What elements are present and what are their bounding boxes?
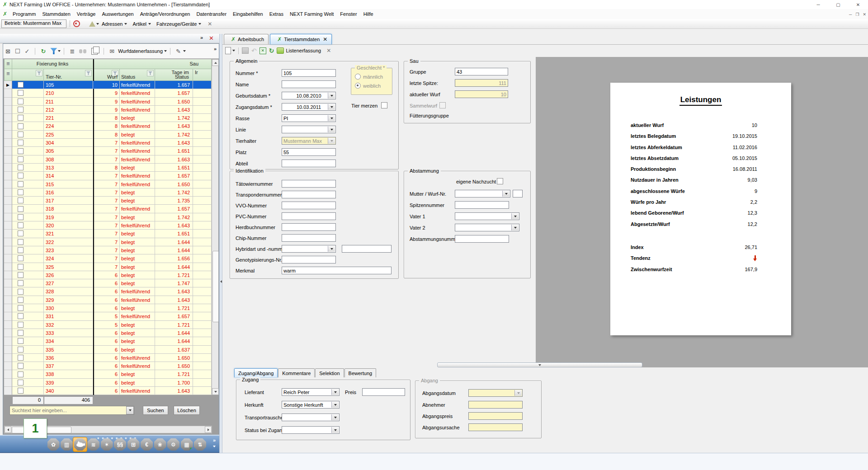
cell-status[interactable]: ferkelführend	[120, 387, 155, 395]
cell-status[interactable]: belegt	[120, 164, 155, 172]
row-checkbox[interactable]	[18, 173, 24, 179]
dropdown-icon[interactable]	[331, 402, 339, 408]
row-checkbox[interactable]	[18, 206, 24, 212]
menu-item-extras[interactable]: Extras	[266, 11, 287, 17]
cell-status[interactable]: belegt	[120, 131, 155, 139]
scroll-right-icon[interactable]	[205, 426, 212, 433]
cell-tage-im-status[interactable]: 1.650	[155, 98, 193, 106]
cell-tage-im-status[interactable]: 1.643	[155, 106, 193, 114]
cell-status[interactable]: belegt	[120, 321, 155, 329]
row-checkbox-cell[interactable]	[12, 139, 44, 147]
linie-select[interactable]	[282, 126, 336, 133]
row-checkbox-cell[interactable]	[12, 362, 44, 370]
cell-wurf[interactable]: 6	[94, 271, 120, 279]
new-record-dropdown-icon[interactable]	[232, 50, 235, 52]
cell-wurf[interactable]: 7	[94, 197, 120, 205]
dropdown-icon[interactable]	[502, 191, 509, 197]
row-checkbox-cell[interactable]	[12, 230, 44, 238]
euro-icon[interactable]: €	[140, 437, 154, 452]
paragraph-icon[interactable]: §§	[113, 437, 127, 452]
genotypisierung-field[interactable]	[282, 256, 336, 263]
row-checkbox[interactable]	[18, 140, 24, 146]
menu-item-verträge[interactable]: Verträge	[74, 11, 99, 17]
cell-wurf[interactable]: 7	[94, 238, 120, 246]
mdi-system-icon[interactable]: ✗	[3, 11, 7, 17]
dropdown-icon[interactable]	[328, 246, 335, 252]
row-checkbox[interactable]	[18, 380, 24, 385]
row-checkbox-cell[interactable]	[12, 346, 44, 354]
table-row[interactable]: 3346belegt1.644	[4, 337, 212, 345]
cell-tage-im-status[interactable]: 1.663	[155, 155, 193, 164]
cell-tage-im-status[interactable]: 1.651	[155, 147, 193, 155]
table-row[interactable]: 3276belegt1.747	[4, 279, 212, 287]
cell-tier-nr[interactable]: 334	[44, 337, 93, 345]
details-icon[interactable]: ≣	[70, 48, 75, 55]
cell-tage-im-status[interactable]: 1.742	[155, 114, 193, 122]
table-row[interactable]: 3406ferkelführend1.643	[4, 387, 212, 395]
menu-item-datentransfer[interactable]: Datentransfer	[193, 11, 230, 17]
collapse-left-icon[interactable]	[220, 280, 222, 283]
spitzennummer-field[interactable]	[455, 201, 509, 209]
cell-tier-nr[interactable]: 314	[44, 172, 93, 180]
cell-wurf[interactable]: 7	[94, 254, 120, 263]
cell-tage-im-status[interactable]: 1.650	[155, 354, 193, 362]
cell-status[interactable]: ferkelführend	[120, 205, 155, 213]
cell-wurf[interactable]: 6	[94, 379, 120, 387]
dropdown-icon[interactable]	[511, 213, 519, 219]
cell-tage-im-status[interactable]: 1.657	[155, 172, 193, 180]
filter-dropdown-icon[interactable]	[58, 50, 61, 52]
cell-status[interactable]: belegt	[120, 370, 155, 378]
row-checkbox[interactable]	[18, 297, 24, 303]
cell-extra[interactable]	[193, 287, 212, 296]
assign-check-icon[interactable]: ✓	[25, 48, 30, 55]
vater1-select[interactable]	[455, 212, 519, 220]
cell-extra[interactable]	[193, 81, 212, 89]
dock-overflow-icon[interactable]: »	[213, 437, 216, 449]
table-row[interactable]: 3167belegt1.742	[4, 188, 212, 197]
cell-extra[interactable]	[193, 362, 212, 370]
cell-wurf[interactable]: 6	[94, 346, 120, 354]
mdi-minimize-button[interactable]: ─	[849, 12, 852, 17]
group-header-sau[interactable]: Sau	[94, 59, 212, 69]
eigene-nachzucht-checkbox[interactable]	[497, 178, 503, 184]
row-checkbox[interactable]	[18, 255, 24, 261]
cell-tier-nr[interactable]: 320	[44, 221, 93, 230]
cell-tier-nr[interactable]: 315	[44, 180, 93, 188]
cell-tier-nr[interactable]: 324	[44, 254, 93, 263]
cell-wurf[interactable]: 8	[94, 122, 120, 130]
cell-status[interactable]: ferkelführend	[120, 139, 155, 147]
row-checkbox[interactable]	[18, 347, 24, 352]
cell-tier-nr[interactable]: 210	[44, 89, 93, 97]
loeschen-button[interactable]: Löschen	[174, 406, 200, 415]
cell-tage-im-status[interactable]: 1.644	[155, 263, 193, 271]
table-row[interactable]: 3356belegt1.637	[4, 346, 212, 354]
cell-status[interactable]: belegt	[120, 346, 155, 354]
cell-tage-im-status[interactable]: 1.644	[155, 246, 193, 254]
close-button[interactable]: ✕	[848, 0, 868, 9]
table-row[interactable]: 3315ferkelführend1.657	[4, 312, 212, 320]
row-checkbox[interactable]	[18, 289, 24, 295]
search-dropdown-icon[interactable]	[126, 406, 134, 414]
tree-icon[interactable]	[89, 21, 95, 27]
cell-tage-im-status[interactable]: 1.747	[155, 279, 193, 287]
cell-status[interactable]: belegt	[120, 304, 155, 312]
table-row[interactable]: 2129ferkelführend1.643	[4, 106, 212, 114]
cell-wurf[interactable]: 8	[94, 164, 120, 172]
menu-item-programm[interactable]: Programm	[9, 11, 39, 17]
table-row[interactable]: 2258belegt1.742	[4, 131, 212, 139]
toolbar-dropdown-artikel[interactable]: Artikel	[132, 21, 151, 27]
cell-tier-nr[interactable]: 105	[44, 81, 93, 89]
cell-wurf[interactable]: 7	[94, 188, 120, 197]
cell-tage-im-status[interactable]: 1.650	[155, 362, 193, 370]
row-checkbox[interactable]	[18, 388, 24, 394]
row-checkbox[interactable]	[18, 197, 24, 203]
cell-tier-nr[interactable]: 339	[44, 379, 93, 387]
menu-item-stammdaten[interactable]: Stammdaten	[39, 11, 73, 17]
cell-tage-im-status[interactable]: 1.643	[155, 122, 193, 130]
cell-tage-im-status[interactable]: 1.742	[155, 213, 193, 221]
row-checkbox[interactable]	[18, 280, 24, 286]
row-checkbox-cell[interactable]	[12, 172, 44, 180]
cell-status[interactable]: ferkelführend	[120, 221, 155, 230]
cell-tage-im-status[interactable]: 1.644	[155, 329, 193, 337]
cell-tier-nr[interactable]: 308	[44, 155, 93, 164]
